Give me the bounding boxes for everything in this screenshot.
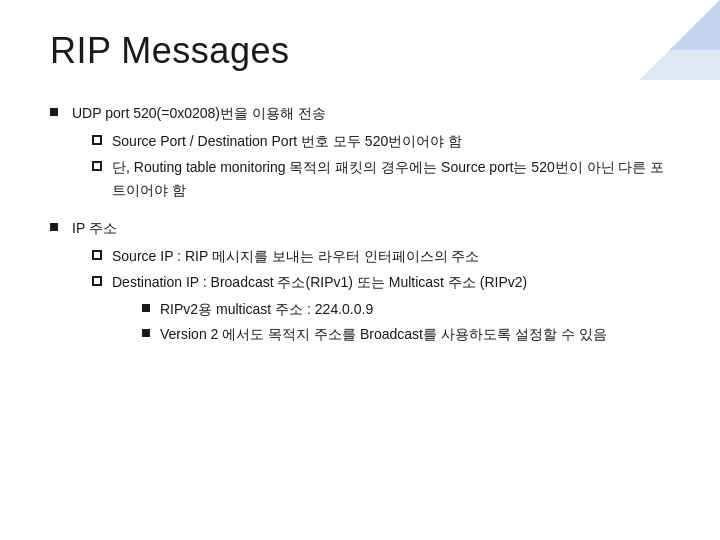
nested-bullet-1	[142, 304, 150, 312]
sub-bullet-2-1	[92, 250, 102, 260]
sub-content-1-1: Source Port / Destination Port 번호 모두 520…	[112, 130, 670, 152]
section-2-intro: IP 주소	[72, 220, 117, 236]
nested-items: RIPv2용 multicast 주소 : 224.0.0.9 Version …	[122, 298, 670, 346]
bullet-square-1	[50, 108, 58, 116]
section-1-intro: UDP port 520(=0x0208)번을 이용해 전송	[72, 105, 326, 121]
section-1: UDP port 520(=0x0208)번을 이용해 전송 Source Po…	[50, 102, 670, 201]
sub-content-2-2: Destination IP : Broadcast 주소(RIPv1) 또는 …	[112, 271, 670, 345]
sub-content-1-2: 단, Routing table monitoring 목적의 패킷의 경우에는…	[112, 156, 670, 201]
nested-content-2: Version 2 에서도 목적지 주소를 Broadcast를 사용하도록 설…	[160, 323, 670, 345]
section-2-subitems: Source IP : RIP 메시지를 보내는 라우터 인터페이스의 주소 D…	[82, 245, 670, 346]
nested-item-2: Version 2 에서도 목적지 주소를 Broadcast를 사용하도록 설…	[142, 323, 670, 345]
bullet-square-2	[50, 223, 58, 231]
page-container: RIP Messages UDP port 520(=0x0208)번을 이용해…	[0, 0, 720, 391]
section-1-content: UDP port 520(=0x0208)번을 이용해 전송 Source Po…	[72, 102, 670, 201]
content-area: UDP port 520(=0x0208)번을 이용해 전송 Source Po…	[50, 102, 670, 345]
sub-bullet-1-2	[92, 161, 102, 171]
section-2-content: IP 주소 Source IP : RIP 메시지를 보내는 라우터 인터페이스…	[72, 217, 670, 345]
sub-bullet-1-1	[92, 135, 102, 145]
section-2: IP 주소 Source IP : RIP 메시지를 보내는 라우터 인터페이스…	[50, 217, 670, 345]
sub-content-2-1: Source IP : RIP 메시지를 보내는 라우터 인터페이스의 주소	[112, 245, 670, 267]
sub-item-1-1: Source Port / Destination Port 번호 모두 520…	[92, 130, 670, 152]
sub-content-2-2-text: Destination IP : Broadcast 주소(RIPv1) 또는 …	[112, 274, 527, 290]
sub-bullet-2-2	[92, 276, 102, 286]
page-title: RIP Messages	[50, 30, 670, 72]
corner-decoration2	[670, 0, 720, 50]
sub-item-2-1: Source IP : RIP 메시지를 보내는 라우터 인터페이스의 주소	[92, 245, 670, 267]
nested-item-1: RIPv2용 multicast 주소 : 224.0.0.9	[142, 298, 670, 320]
nested-content-1: RIPv2용 multicast 주소 : 224.0.0.9	[160, 298, 670, 320]
section-1-subitems: Source Port / Destination Port 번호 모두 520…	[82, 130, 670, 201]
sub-item-1-2: 단, Routing table monitoring 목적의 패킷의 경우에는…	[92, 156, 670, 201]
sub-item-2-2: Destination IP : Broadcast 주소(RIPv1) 또는 …	[92, 271, 670, 345]
nested-bullet-2	[142, 329, 150, 337]
